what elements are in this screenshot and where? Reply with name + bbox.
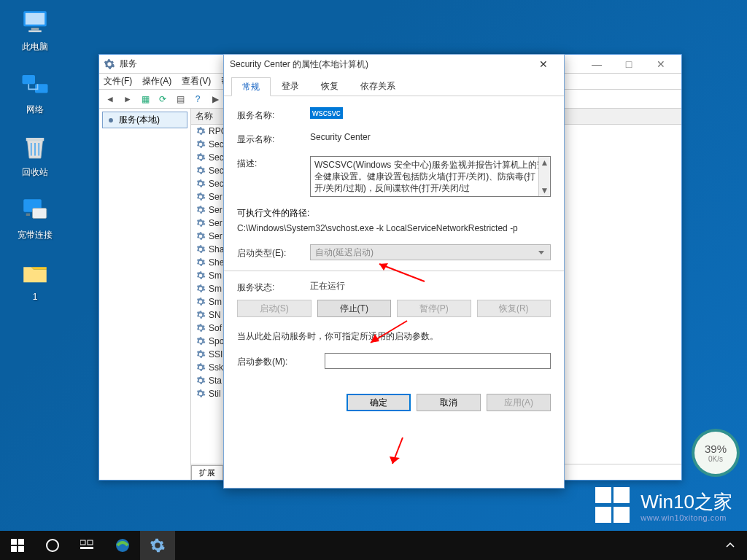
nav-back-button[interactable]: ◄ [102,91,118,107]
monitor-icon [20,7,50,38]
gear-icon [150,537,166,553]
window-controls: — □ ✕ [581,55,677,74]
start-params-input[interactable] [325,353,551,369]
network-speed-widget[interactable]: 39% 0K/s [694,432,737,474]
value-display-name: Security Center [310,132,551,146]
description-textbox[interactable]: WSCSVC(Windows 安全中心)服务监视并报告计算机上的安全健康设置。健… [310,156,551,197]
tab-general[interactable]: 常规 [231,77,271,96]
ok-button[interactable]: 确定 [347,394,411,411]
tab-logon[interactable]: 登录 [271,77,310,96]
gear-icon [196,310,206,320]
close-button[interactable]: ✕ [645,55,677,74]
pause-button[interactable]: 暂停(P) [397,300,471,317]
task-view-button[interactable] [70,531,105,560]
gear-icon [196,152,206,163]
svg-rect-19 [11,546,17,552]
gear-icon [196,349,206,359]
services-title: 服务 [120,58,137,70]
nav-forward-button[interactable]: ► [120,91,136,107]
desktop-icon-recycle-bin[interactable]: 回收站 [9,133,61,179]
tab-recovery[interactable]: 恢复 [310,77,349,96]
desktop-icon-label: 回收站 [9,166,61,179]
svg-rect-24 [80,547,93,549]
list-item-label: Ser [209,205,222,215]
broadband-icon [20,195,50,226]
gear-icon [196,297,206,307]
scrollbar[interactable]: ▲▼ [538,157,550,196]
svg-rect-22 [80,540,85,545]
list-item-label: Sec [209,152,224,163]
maximize-button[interactable]: □ [613,55,645,74]
value-service-status: 正在运行 [310,280,551,294]
label-startup-type: 启动类型(E): [237,246,310,260]
tab-dependencies[interactable]: 依存关系 [349,77,406,96]
gear-icon [196,362,206,373]
list-item-label: She [209,257,224,268]
start-button[interactable]: 启动(S) [237,300,311,317]
system-tray[interactable] [719,531,747,560]
value-exe-path: C:\Windows\System32\svchost.exe -k Local… [237,222,551,234]
svg-rect-9 [26,214,30,217]
resume-button[interactable]: 恢复(R) [477,300,551,317]
menu-file[interactable]: 文件(F) [104,75,132,88]
label-display-name: 显示名称: [237,132,310,146]
menu-action[interactable]: 操作(A) [142,75,171,88]
desktop-icon-network[interactable]: 网络 [9,70,61,116]
toolbar-help-button[interactable]: ? [190,91,206,107]
gear-icon [196,179,206,189]
tray-overflow-button[interactable] [719,531,741,560]
list-item-label: Ser [209,218,222,228]
toolbar-export-button[interactable]: ▤ [172,91,188,107]
list-item-label: Sec [209,139,224,149]
tree-pane: 服务(本地) [99,109,191,480]
properties-titlebar[interactable]: Security Center 的属性(本地计算机) ✕ [224,55,564,74]
gear-icon [196,323,206,333]
start-button[interactable] [0,531,35,560]
desktop-icon-label: 宽带连接 [9,229,61,241]
gear-icon [104,58,115,70]
desktop-icon-this-pc[interactable]: 此电脑 [9,7,61,53]
help-text: 当从此处启动服务时，你可指定所适用的启动参数。 [237,330,551,343]
desktop-icon-folder-1[interactable]: 1 [9,258,61,302]
stop-button[interactable]: 停止(T) [317,300,392,317]
taskbar-app-edge[interactable] [105,531,140,560]
menu-view[interactable]: 查看(V) [182,75,211,88]
gear-icon [196,231,206,241]
tree-services-local[interactable]: 服务(本地) [102,112,187,128]
gear-icon [196,205,206,215]
properties-body: 服务名称: wscsvc 显示名称: Security Center 描述: W… [224,96,564,386]
list-item-label: SN [209,310,221,320]
dialog-footer: 确定 取消 应用(A) [224,386,564,421]
cancel-button[interactable]: 取消 [417,394,481,411]
desktop-icon-label: 此电脑 [9,41,61,53]
watermark-url: www.win10xitong.com [640,513,732,522]
value-service-name[interactable]: wscsvc [310,107,343,119]
gear-icon [196,166,206,176]
toolbar-start-button[interactable]: ▶ [207,91,223,107]
list-item-label: Ser [209,231,222,241]
svg-point-10 [109,118,113,122]
trash-icon [20,133,50,163]
list-item-label: Sec [209,166,224,176]
toolbar-properties-button[interactable]: ▦ [137,91,153,107]
cortana-button[interactable] [35,531,70,560]
startup-type-select[interactable]: 自动(延迟启动) [310,244,551,260]
tab-extended[interactable]: 扩展 [191,465,223,480]
task-view-icon [80,540,95,551]
apply-button[interactable]: 应用(A) [487,394,551,411]
label-start-params: 启动参数(M): [237,354,325,368]
close-button[interactable]: ✕ [529,56,558,72]
taskbar-app-services[interactable] [140,531,175,560]
desktop-icon-label: 网络 [9,104,61,116]
value-description: WSCSVC(Windows 安全中心)服务监视并报告计算机上的安全健康设置。健… [314,160,546,193]
svg-rect-17 [11,539,17,545]
list-item-label: Ssk [209,362,223,373]
desktop-icon-broadband[interactable]: 宽带连接 [9,195,61,241]
watermark: Win10之家 www.win10xitong.com [595,487,732,524]
windows-logo-icon [595,487,632,524]
list-item-label: Sec [209,179,224,189]
svg-rect-8 [33,209,47,219]
minimize-button[interactable]: — [581,55,613,74]
toolbar-refresh-button[interactable]: ⟳ [155,91,171,107]
svg-rect-20 [18,546,24,552]
